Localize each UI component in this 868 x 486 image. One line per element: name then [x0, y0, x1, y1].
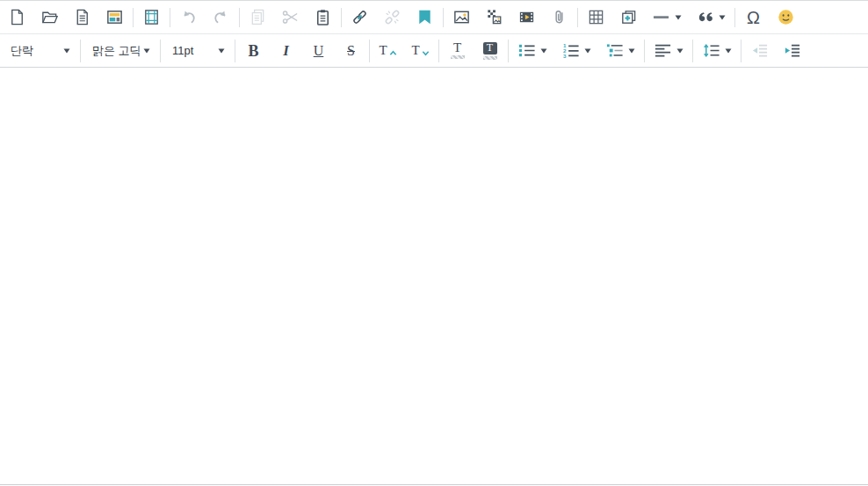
insert-table-button[interactable] — [580, 4, 612, 32]
new-document-icon — [8, 8, 26, 26]
chevron-down-icon — [725, 48, 732, 54]
superscript-button[interactable]: T — [372, 37, 404, 65]
highlight-color-icon: T — [483, 42, 497, 60]
document-icon — [73, 8, 91, 26]
chevron-down-icon — [540, 48, 547, 54]
multilevel-list-icon — [605, 41, 624, 60]
insert-video-button[interactable] — [510, 4, 543, 32]
text-align-icon — [654, 41, 672, 60]
undo-button — [172, 4, 205, 32]
toolbar-separator — [692, 40, 693, 62]
toolbar-separator — [438, 40, 439, 62]
blockquote-button[interactable] — [689, 4, 733, 32]
chevron-down-icon — [719, 15, 726, 20]
font-color-button[interactable]: T — [441, 37, 474, 65]
indent-icon — [783, 41, 801, 60]
open-file-button[interactable] — [33, 4, 66, 32]
toolbar-separator — [239, 8, 240, 27]
strikethrough-button[interactable]: S — [335, 37, 367, 65]
link-icon — [351, 8, 369, 26]
underline-button[interactable]: U — [302, 37, 335, 65]
outdent-button — [743, 37, 776, 65]
chevron-down-icon — [143, 48, 150, 54]
toolbar-separator — [133, 8, 134, 27]
emoticon-button[interactable] — [770, 4, 802, 32]
line-height-button[interactable] — [695, 37, 739, 65]
toolbar-separator — [644, 40, 645, 62]
toolbar-separator — [170, 8, 170, 27]
bookmark-button[interactable] — [409, 4, 441, 32]
chevron-down-icon — [218, 48, 225, 54]
font-family-select[interactable]: 맑은 고딕 — [83, 38, 158, 64]
italic-button[interactable]: I — [270, 37, 302, 65]
bullet-list-button[interactable] — [510, 37, 554, 65]
paragraph-format-select[interactable]: 단락 — [1, 38, 78, 64]
page-layout-icon — [142, 8, 161, 26]
page-layout-button[interactable] — [135, 4, 168, 32]
special-character-button[interactable]: Ω — [737, 4, 770, 32]
highlight-color-button[interactable]: T — [474, 37, 506, 65]
subscript-icon: T — [411, 44, 429, 57]
chevron-down-icon — [675, 15, 682, 20]
chevron-down-icon — [676, 48, 684, 54]
indent-button[interactable] — [776, 37, 808, 65]
template-icon — [105, 8, 124, 26]
font-size-select[interactable]: 11pt — [163, 38, 233, 64]
insert-video-icon — [517, 8, 536, 26]
font-family-value: 맑은 고딕 — [92, 43, 141, 59]
horizontal-rule-button[interactable] — [645, 4, 689, 32]
unlink-icon — [383, 8, 401, 26]
toolbar-separator — [160, 40, 161, 62]
insert-table-icon — [587, 8, 605, 26]
blockquote-icon — [696, 8, 714, 26]
horizontal-rule-icon — [652, 8, 670, 26]
toolbar-separator — [741, 40, 741, 62]
document-button[interactable] — [66, 4, 98, 32]
numbered-list-icon: 123 — [561, 41, 580, 60]
unlink-button — [376, 4, 409, 32]
bullet-list-icon — [517, 41, 536, 60]
superscript-icon: T — [379, 44, 396, 57]
editor-content-area[interactable] — [0, 68, 868, 483]
toolbar-separator — [443, 8, 444, 27]
insert-image-button[interactable] — [445, 4, 478, 32]
template-button[interactable] — [98, 4, 131, 32]
rich-text-editor: Ω 단락맑은 고딕11ptBIUSTTTT123 — [0, 0, 868, 486]
link-button[interactable] — [344, 4, 376, 32]
underline-icon: U — [314, 44, 324, 58]
multilevel-list-button[interactable] — [598, 37, 642, 65]
image-editor-icon — [485, 8, 503, 26]
bold-button[interactable]: B — [237, 37, 270, 65]
text-align-button[interactable] — [647, 37, 691, 65]
line-height-icon — [702, 41, 720, 60]
chevron-down-icon — [63, 48, 70, 54]
chevron-down-icon — [584, 48, 591, 54]
special-character-icon: Ω — [747, 9, 760, 26]
outdent-icon — [750, 41, 769, 60]
insert-layer-button[interactable] — [612, 4, 645, 32]
strikethrough-icon: S — [347, 44, 355, 58]
copy-button — [242, 4, 274, 32]
paragraph-format-value: 단락 — [11, 43, 33, 59]
toolbar-primary: Ω — [0, 1, 868, 34]
italic-icon: I — [283, 43, 289, 58]
toolbar-separator — [80, 40, 81, 62]
image-editor-button[interactable] — [478, 4, 510, 32]
font-size-value: 11pt — [172, 44, 193, 57]
cut-button — [274, 4, 307, 32]
copy-icon — [249, 8, 267, 26]
chevron-down-icon — [628, 48, 635, 54]
attach-file-button[interactable] — [543, 4, 575, 32]
bookmark-icon — [416, 8, 434, 26]
toolbar-separator — [577, 8, 578, 27]
editor-bottom-border — [0, 484, 868, 485]
new-document-button[interactable] — [1, 4, 33, 32]
redo-icon — [212, 8, 230, 26]
subscript-button[interactable]: T — [404, 37, 437, 65]
svg-text:3: 3 — [563, 53, 567, 59]
paste-button[interactable] — [307, 4, 339, 32]
numbered-list-button[interactable]: 123 — [554, 37, 598, 65]
cut-icon — [281, 8, 300, 26]
undo-icon — [179, 8, 198, 26]
emoticon-icon — [777, 8, 795, 26]
